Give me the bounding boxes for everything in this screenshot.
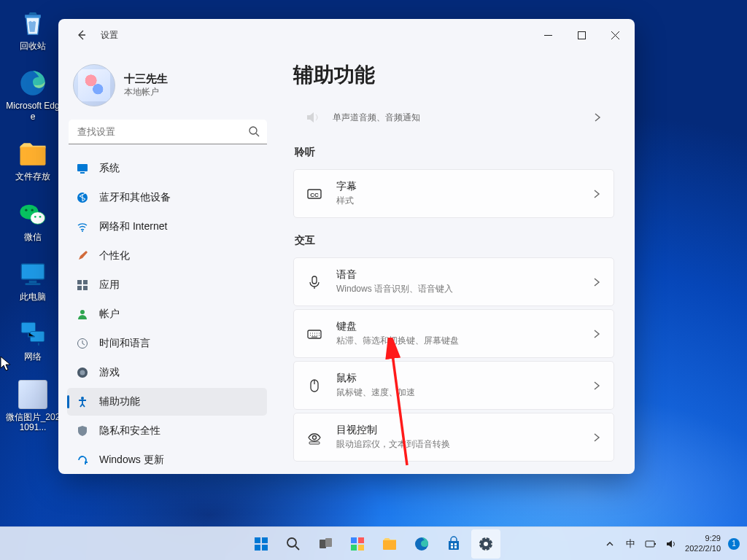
nav-item-accounts[interactable]: 帐户 — [67, 300, 267, 328]
page-title: 辅助功能 — [293, 61, 614, 89]
close-button[interactable] — [598, 23, 632, 47]
search-input[interactable] — [69, 120, 267, 144]
svg-rect-50 — [454, 546, 457, 548]
gaming-icon — [76, 366, 89, 379]
desktop-icon-image-file[interactable]: 微信图片_2021091... — [0, 376, 66, 436]
nav-label: 网络和 Internet — [99, 220, 167, 233]
bluetooth-icon — [76, 191, 89, 204]
volume-tray-icon[interactable] — [665, 537, 678, 551]
desktop-icons-column: 回收站 Microsoft Edge 文件存放 微信 此电脑 网络 微信图片 — [0, 0, 66, 436]
taskbar: 中 9:29 2022/2/10 1 — [0, 526, 747, 560]
nav-item-system[interactable]: 系统 — [67, 155, 267, 182]
svg-point-2 — [31, 211, 45, 224]
widgets-icon — [349, 536, 365, 552]
taskbar-date: 2022/2/10 — [685, 544, 721, 553]
nav-item-gaming[interactable]: 游戏 — [67, 359, 267, 386]
file-explorer-button[interactable] — [375, 529, 404, 559]
svg-point-6 — [39, 216, 42, 218]
user-account-type: 本地帐户 — [124, 86, 168, 98]
ime-indicator[interactable]: 中 — [624, 537, 637, 551]
edge-button[interactable] — [407, 529, 436, 559]
user-profile[interactable]: 十三先生 本地帐户 — [67, 57, 268, 117]
nav-item-apps[interactable]: 应用 — [67, 271, 267, 299]
person-icon — [76, 308, 89, 321]
svg-rect-36 — [262, 537, 268, 543]
task-view-button[interactable] — [311, 529, 340, 559]
taskbar-center — [247, 529, 500, 559]
nav-label: 系统 — [99, 162, 120, 175]
desktop-icon-recycle-bin[interactable]: 回收站 — [0, 4, 66, 54]
nav-item-privacy[interactable]: 隐私和安全性 — [67, 417, 267, 445]
desktop-icon-edge[interactable]: Microsoft Edge — [0, 64, 66, 125]
chevron-right-icon — [592, 277, 602, 287]
card-captions[interactable]: CC 字幕样式 — [293, 169, 614, 218]
notification-badge[interactable]: 1 — [728, 538, 740, 550]
card-eye-control[interactable]: 目视控制眼动追踪仪，文本到语音转换 — [293, 413, 614, 462]
svg-rect-20 — [83, 280, 88, 284]
card-keyboard[interactable]: 键盘粘滞、筛选和切换键、屏幕键盘 — [293, 309, 614, 358]
nav-item-personalization[interactable]: 个性化 — [67, 242, 267, 270]
desktop-icon-label: 此电脑 — [20, 292, 46, 302]
desktop-icon-network[interactable]: 网络 — [0, 315, 66, 365]
network-tray-icon[interactable] — [644, 537, 657, 551]
chevron-right-icon — [592, 112, 603, 122]
svg-rect-53 — [646, 541, 654, 547]
captions-icon: CC — [306, 185, 323, 203]
svg-rect-21 — [77, 286, 82, 290]
folder-icon — [382, 536, 398, 552]
back-button[interactable] — [70, 23, 93, 47]
wifi-icon — [76, 220, 89, 233]
card-sub: 粘滞、筛选和切换键、屏幕键盘 — [336, 335, 578, 347]
svg-rect-35 — [255, 537, 260, 543]
widgets-button[interactable] — [343, 529, 372, 559]
edge-icon — [17, 67, 49, 99]
nav-label: 应用 — [99, 279, 120, 292]
tray-chevron-up[interactable] — [603, 537, 616, 551]
desktop-icon-folder[interactable]: 文件存放 — [0, 135, 66, 184]
nav-label: 时间和语言 — [99, 337, 150, 350]
nav-item-bluetooth[interactable]: 蓝牙和其他设备 — [67, 184, 267, 211]
chevron-right-icon — [592, 189, 602, 199]
eye-control-icon — [306, 429, 323, 446]
card-mouse[interactable]: 鼠标鼠标键、速度、加速 — [293, 361, 614, 410]
minimize-button[interactable] — [531, 23, 565, 47]
shield-icon — [76, 424, 89, 438]
chevron-right-icon — [592, 329, 602, 339]
desktop-icon-label: 文件存放 — [15, 171, 50, 182]
taskbar-clock[interactable]: 9:29 2022/2/10 — [685, 534, 721, 553]
nav-item-time-language[interactable]: 时间和语言 — [67, 330, 267, 357]
card-sub: 眼动追踪仪，文本到语音转换 — [336, 438, 578, 451]
maximize-button[interactable] — [565, 23, 598, 47]
svg-point-23 — [80, 310, 85, 314]
desktop-icon-this-pc[interactable]: 此电脑 — [0, 255, 66, 305]
this-pc-icon — [17, 258, 49, 290]
nav-label: 游戏 — [99, 366, 120, 379]
nav-item-accessibility[interactable]: 辅助功能 — [67, 388, 267, 416]
windows-logo-icon — [253, 536, 269, 552]
user-name: 十三先生 — [124, 72, 168, 86]
partial-audio-sub: 单声道音频、音频通知 — [333, 112, 420, 124]
svg-point-27 — [81, 397, 84, 400]
window-titlebar: 设置 — [58, 19, 635, 51]
taskbar-time: 9:29 — [685, 534, 721, 543]
microphone-icon — [306, 273, 323, 291]
search-button[interactable] — [279, 529, 308, 559]
start-button[interactable] — [247, 529, 276, 559]
card-speech[interactable]: 语音Windows 语音识别、语音键入 — [293, 257, 614, 306]
card-title: 键盘 — [336, 320, 578, 333]
section-hearing-label: 聆听 — [295, 146, 614, 159]
system-tray: 中 9:29 2022/2/10 1 — [603, 534, 747, 553]
wechat-icon — [17, 198, 49, 230]
keyboard-icon — [306, 325, 323, 343]
nav-label: 蓝牙和其他设备 — [99, 191, 171, 204]
settings-taskbar-button[interactable] — [471, 529, 500, 559]
store-button[interactable] — [439, 529, 468, 559]
desktop-icon-wechat[interactable]: 微信 — [0, 195, 66, 245]
partial-audio-row[interactable]: 单声道音频、音频通知 — [293, 102, 614, 133]
svg-rect-16 — [80, 172, 85, 174]
nav-item-windows-update[interactable]: Windows 更新 — [67, 446, 267, 474]
nav-label: 辅助功能 — [99, 395, 140, 408]
folder-icon — [17, 138, 49, 170]
nav-item-network[interactable]: 网络和 Internet — [67, 213, 267, 241]
svg-rect-45 — [358, 545, 364, 551]
